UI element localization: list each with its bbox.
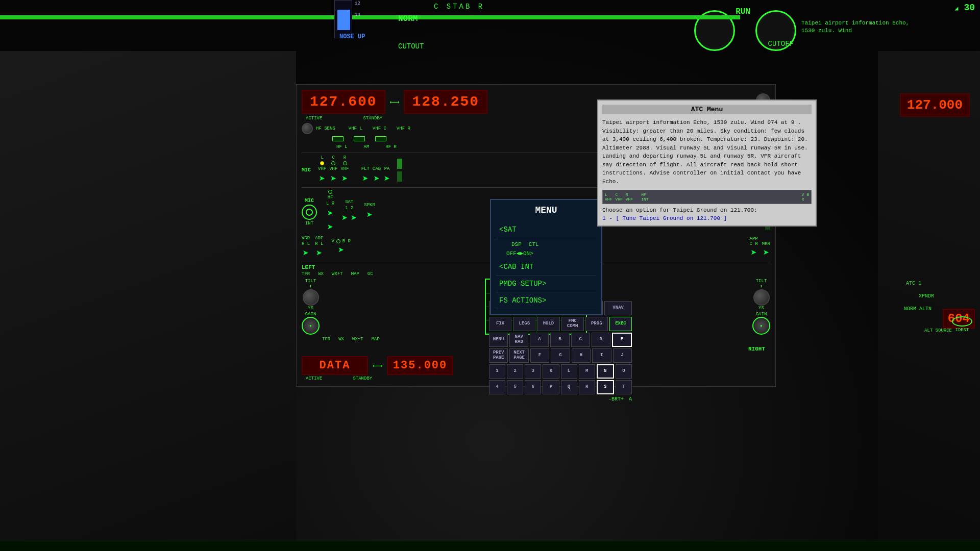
ghost-l-vhf: LVHF (605, 192, 612, 202)
menu-item-fs[interactable]: FS ACTIONS> (496, 292, 596, 309)
fmc-p[interactable]: P (543, 380, 559, 394)
fmc-d[interactable]: D (592, 333, 610, 347)
ys-right-label: YS (758, 306, 764, 311)
fmc-menu[interactable]: MENU (489, 333, 508, 347)
adf-rl-label2: R L (315, 241, 323, 246)
fmc-t[interactable]: T (616, 380, 632, 394)
mkr-arrow[interactable]: ➤ (763, 246, 769, 259)
fmc-r[interactable]: R (579, 380, 595, 394)
fmc-nav-rad[interactable]: NAVRAD (509, 333, 528, 347)
fmc-m[interactable]: M (579, 364, 595, 379)
left-radar-knob[interactable] (303, 289, 319, 306)
fmc-s[interactable]: S (597, 380, 614, 394)
com1-active-freq[interactable]: 127.600 (302, 90, 385, 114)
vhf-r-toggle[interactable] (375, 136, 386, 141)
fmc-1[interactable]: 1 (489, 364, 505, 379)
fmc-hold[interactable]: HOLD (537, 317, 559, 331)
app-arrow[interactable]: ➤ (751, 246, 757, 259)
hf-sens-knob[interactable] (302, 123, 313, 134)
fmc-a[interactable]: A (530, 333, 549, 347)
fmc-o[interactable]: O (616, 364, 632, 379)
flt-arrow[interactable]: ➤ (362, 172, 369, 185)
r-vhf-arrow[interactable]: ➤ (342, 172, 348, 185)
data-active-freq[interactable]: DATA (302, 356, 368, 375)
atc-option[interactable]: 1 - [ Tune Taipei Ground on 121.700 ] (602, 215, 812, 221)
cab-label: CAB (373, 166, 381, 171)
fmc-f[interactable]: F (530, 348, 549, 363)
hf-l-arrow[interactable]: ➤ (327, 207, 333, 220)
hf-lr-label: HF (328, 195, 333, 200)
hf-r-arrow[interactable]: ➤ (327, 221, 333, 234)
atc1-label: ATC 1 (906, 281, 921, 286)
fmc-q[interactable]: Q (561, 380, 577, 394)
fmc-h[interactable]: H (572, 348, 591, 363)
fmc-prog[interactable]: PROG (585, 317, 608, 331)
l-vhf-label: L (321, 155, 323, 160)
atis-text: Taipei airport information Echo, 1530 zu… (801, 19, 919, 35)
menu-item-pmdg[interactable]: PMDG SETUP> (496, 276, 596, 292)
fmc-fmc-comm[interactable]: FMCCOMM (561, 317, 584, 331)
fmc-fix[interactable]: FIX (489, 317, 511, 331)
stab-indicator: C STAB R (434, 3, 484, 11)
xfer-arrows-2[interactable]: ⟵⟶ (373, 361, 382, 370)
adf-arrow[interactable]: ➤ (316, 247, 322, 260)
r-vhf-label2: VHF (340, 166, 349, 171)
fmc-3[interactable]: 3 (525, 364, 541, 379)
com1-standby-freq[interactable]: 128.250 (404, 90, 487, 114)
menu-item-sat[interactable]: <SAT (496, 221, 596, 238)
fmc-g[interactable]: G (551, 348, 570, 363)
com2-standby-freq[interactable]: 135.000 (387, 356, 453, 375)
fmc-prev-page[interactable]: PREVPAGE (489, 348, 508, 363)
spkr-arrow[interactable]: ➤ (366, 209, 373, 221)
xfer-arrows[interactable]: ⟵⟶ (390, 97, 399, 106)
mic-circle[interactable] (302, 205, 317, 220)
norm-altn-label: NORM ALTN (904, 306, 932, 312)
fmc-exec[interactable]: EXEC (609, 317, 632, 331)
menu-panel: MENU <SAT DSP CTL OFF◄►ON> <CAB INT PMDG… (490, 199, 602, 315)
off-on-indicator[interactable]: OFF◄►ON> (506, 251, 596, 257)
right-radar-knob[interactable] (753, 289, 770, 306)
fmc-j[interactable]: J (613, 348, 632, 363)
fmc-c[interactable]: C (571, 333, 590, 347)
fmc-l[interactable]: L (561, 364, 577, 379)
tilt-left-label: TILT (305, 279, 316, 284)
vor-arrow[interactable]: ➤ (303, 247, 309, 260)
vhf-c-toggle[interactable] (354, 136, 365, 141)
sat-12-label: 1 2 (345, 206, 353, 211)
map-label-top: MAP (351, 271, 359, 277)
fmc-e[interactable]: E (612, 333, 632, 347)
fmc-4[interactable]: 4 (489, 380, 505, 394)
l-vhf-arrow[interactable]: ➤ (319, 172, 325, 185)
c-vhf-arrow[interactable]: ➤ (330, 172, 336, 185)
vhf-c-label: VHF C (373, 126, 386, 131)
nose-up-label: NOSE UP (339, 33, 365, 40)
gain-right-knob[interactable]: ● (752, 317, 770, 335)
vhf-l-toggle[interactable] (332, 136, 344, 141)
fmc-i[interactable]: I (592, 348, 611, 363)
fmc-vnav[interactable]: VNAV (604, 301, 632, 315)
menu-item-cab[interactable]: <CAB INT (496, 259, 596, 276)
fmc-next-page[interactable]: NEXTPAGE (509, 348, 528, 363)
sat1-arrow[interactable]: ➤ (341, 212, 348, 224)
data-standby-label: STANDBY (353, 376, 372, 381)
fmc-k[interactable]: K (543, 364, 559, 379)
gain-left-knob[interactable]: ● (302, 317, 320, 335)
fmc-b[interactable]: B (550, 333, 569, 347)
cab-arrow[interactable]: ➤ (374, 172, 380, 185)
gauge-label-14: 14 (355, 11, 360, 18)
fmc-5[interactable]: 5 (507, 380, 523, 394)
ctl-label: CTL (529, 241, 539, 247)
dsp-label: DSP (511, 241, 522, 247)
fmc-legs[interactable]: LEGS (513, 317, 535, 331)
ghost-c-vhf: CVHF (615, 192, 622, 202)
fmc-6[interactable]: 6 (525, 380, 541, 394)
fmc-n[interactable]: N (597, 364, 614, 379)
sat2-arrow[interactable]: ➤ (351, 212, 357, 224)
score-value: 30 (964, 3, 975, 13)
vbr-arrow[interactable]: ➤ (338, 244, 344, 257)
pa-arrow[interactable]: ➤ (384, 172, 390, 185)
gain-left-label: GAIN (305, 312, 316, 317)
ident-circle[interactable] (952, 316, 972, 327)
tfr-label-top: TFR (302, 271, 310, 277)
fmc-2[interactable]: 2 (507, 364, 523, 379)
